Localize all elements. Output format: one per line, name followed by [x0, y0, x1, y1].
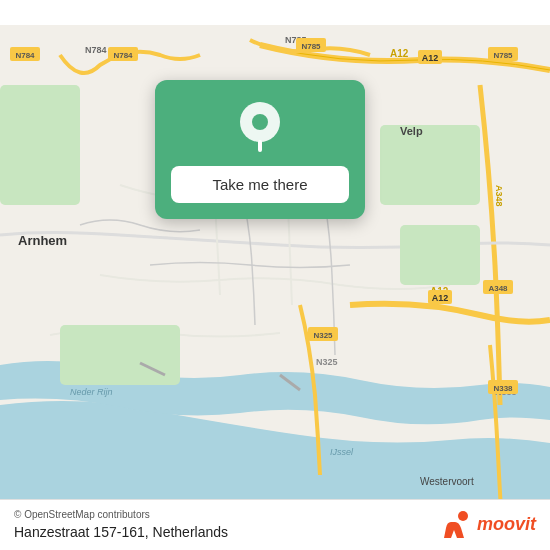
svg-text:Arnhem: Arnhem — [18, 233, 67, 248]
svg-text:A12: A12 — [390, 48, 409, 59]
svg-text:N325: N325 — [313, 331, 333, 340]
location-pin-icon — [238, 102, 282, 154]
svg-text:A12: A12 — [422, 53, 439, 63]
svg-rect-1 — [0, 85, 80, 205]
svg-text:A348: A348 — [488, 284, 508, 293]
svg-point-38 — [252, 114, 268, 130]
osm-credit: © OpenStreetMap contributors — [14, 509, 228, 520]
location-popup: Take me there — [155, 80, 365, 219]
moovit-logo: moovit — [441, 508, 536, 540]
svg-rect-3 — [60, 325, 180, 385]
svg-text:IJssel: IJssel — [330, 447, 354, 457]
svg-text:Neder Rijn: Neder Rijn — [70, 387, 113, 397]
map-container[interactable]: N784 N785 A12 A12 A348 N325 N338 Arnhem … — [0, 0, 550, 550]
svg-text:N784: N784 — [85, 45, 107, 55]
moovit-icon — [441, 508, 473, 540]
svg-text:Velp: Velp — [400, 125, 423, 137]
svg-text:N784: N784 — [15, 51, 35, 60]
svg-text:N785: N785 — [301, 42, 321, 51]
svg-text:A348: A348 — [494, 185, 504, 207]
svg-rect-4 — [400, 225, 480, 285]
svg-text:N784: N784 — [113, 51, 133, 60]
take-me-there-button[interactable]: Take me there — [171, 166, 349, 203]
address-label: Hanzestraat 157-161, Netherlands — [14, 524, 228, 540]
moovit-label: moovit — [477, 514, 536, 535]
svg-text:N338: N338 — [493, 384, 513, 393]
svg-point-39 — [458, 511, 468, 521]
svg-text:Westervoort: Westervoort — [420, 476, 474, 487]
svg-text:N785: N785 — [493, 51, 513, 60]
svg-text:A12: A12 — [432, 293, 449, 303]
bottom-info: © OpenStreetMap contributors Hanzestraat… — [14, 509, 228, 540]
bottom-bar: © OpenStreetMap contributors Hanzestraat… — [0, 499, 550, 550]
svg-rect-2 — [380, 125, 480, 205]
svg-text:N325: N325 — [316, 357, 338, 367]
